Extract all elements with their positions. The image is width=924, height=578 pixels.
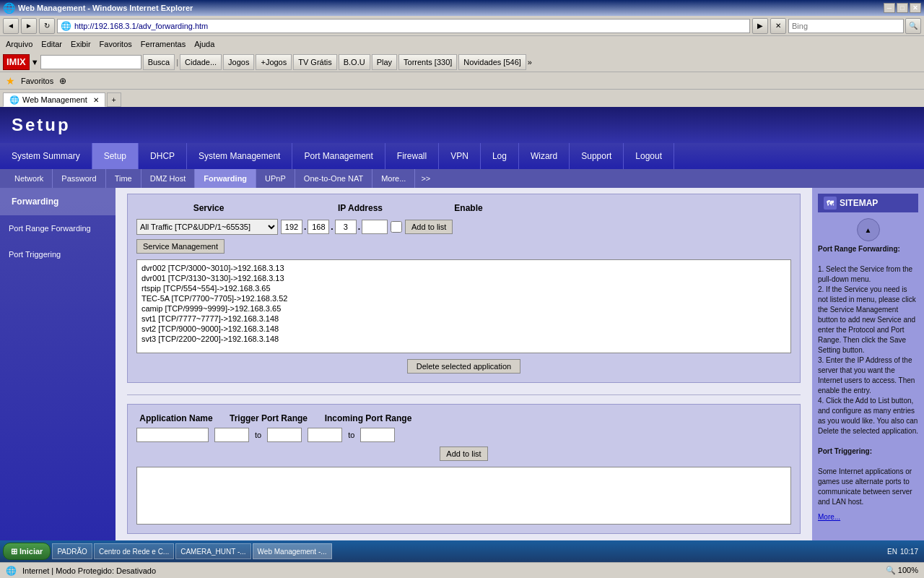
minimize-button[interactable]: ─: [884, 3, 895, 13]
incoming-to-label: to: [348, 431, 354, 439]
service-select[interactable]: All Traffic [TCP&UDP/1~65535] HTTP [TCP/…: [136, 219, 278, 235]
tab-close-icon[interactable]: ✕: [93, 96, 99, 104]
toolbar-dropdown[interactable]: ▼: [31, 58, 39, 66]
favorites-add-icon[interactable]: ⊕: [59, 76, 66, 86]
sidebar-item-port-triggering[interactable]: Port Triggering: [0, 241, 116, 267]
content-wrapper: Forwarding Port Range Forwarding Port Tr…: [0, 188, 924, 540]
nav-dhcp[interactable]: DHCP: [139, 143, 187, 169]
incoming-port-to[interactable]: [360, 428, 395, 442]
service-mgmt-row: Service Management: [136, 239, 791, 254]
nav-log[interactable]: Log: [481, 143, 519, 169]
nav-wizard[interactable]: Wizard: [519, 143, 570, 169]
list-item[interactable]: dvr002 [TCP/3000~3010]->192.168.3.13: [140, 263, 788, 273]
sidebar-item-forwarding[interactable]: Forwarding: [0, 188, 116, 215]
trig-list-area[interactable]: [136, 467, 791, 525]
toolbar-torrents[interactable]: Torrents [330]: [398, 54, 457, 70]
start-button[interactable]: ⊞ Iniciar: [3, 543, 51, 560]
toolbar-novidades[interactable]: Novidades [546]: [458, 54, 526, 70]
taskbar-btn-centro[interactable]: Centro de Rede e C...: [94, 543, 174, 559]
nav-support[interactable]: Support: [570, 143, 624, 169]
ip-octet-4[interactable]: [362, 220, 388, 234]
maximize-button[interactable]: □: [897, 3, 908, 13]
new-tab-button[interactable]: +: [107, 92, 121, 107]
menu-bar: Arquivo Editar Exibir Favoritos Ferramen…: [0, 36, 924, 52]
list-item[interactable]: svt3 [TCP/2200~2200]->192.168.3.148: [140, 334, 788, 344]
delete-selected-button[interactable]: Delete selected application: [407, 359, 520, 374]
nav-system-management[interactable]: System Management: [187, 143, 292, 169]
incoming-port-from[interactable]: [308, 428, 342, 442]
list-item[interactable]: TEC-5A [TCP/7700~7705]->192.168.3.52: [140, 293, 788, 303]
sidebar-item-port-range[interactable]: Port Range Forwarding: [0, 215, 116, 241]
trigger-port-to[interactable]: [267, 428, 302, 442]
taskbar-btn-camera[interactable]: CAMERA_HUNT -...: [175, 543, 250, 559]
go-button[interactable]: ▶: [752, 18, 768, 34]
nav-setup[interactable]: Setup: [92, 143, 139, 169]
delete-btn-row: Delete selected application: [136, 359, 791, 374]
list-item[interactable]: svt2 [TCP/9000~9000]->192.168.3.148: [140, 324, 788, 334]
taskbar-btn-padrao[interactable]: PADRÃO: [52, 543, 92, 559]
ip-octet-3[interactable]: [335, 220, 357, 234]
address-bar: 🌐: [57, 19, 750, 33]
stop-button[interactable]: ✕: [770, 18, 786, 34]
enable-checkbox[interactable]: [391, 221, 402, 233]
toolbar-tv[interactable]: TV Grátis: [293, 54, 336, 70]
tab-web-management[interactable]: 🌐 Web Management ✕: [3, 92, 105, 107]
toolbar-busca[interactable]: Busca: [143, 54, 175, 70]
menu-arquivo[interactable]: Arquivo: [6, 40, 32, 48]
subnav-upnp[interactable]: UPnP: [256, 169, 295, 188]
service-management-button[interactable]: Service Management: [136, 239, 225, 254]
nav-firewall[interactable]: Firewall: [385, 143, 439, 169]
search-button[interactable]: 🔍: [905, 18, 921, 34]
nav-system-summary[interactable]: System Summary: [0, 143, 92, 169]
subnav-network[interactable]: Network: [6, 169, 53, 188]
close-button[interactable]: ✕: [910, 3, 921, 13]
trigger-port-from[interactable]: [214, 428, 249, 442]
menu-favoritos[interactable]: Favoritos: [100, 40, 132, 48]
status-text: Internet | Modo Protegido: Desativado: [22, 566, 156, 575]
taskbar-tray: EN 10:17: [884, 548, 921, 556]
subnav-password[interactable]: Password: [53, 169, 105, 188]
add-to-list-button[interactable]: Add to list: [405, 220, 453, 234]
ip-octet-1[interactable]: [281, 220, 302, 234]
sitemap-more-link[interactable]: More...: [818, 513, 840, 521]
toolbar-cidade[interactable]: Cidade...: [180, 54, 222, 70]
subnav-arrow[interactable]: >>: [415, 174, 436, 183]
forward-button[interactable]: ►: [21, 18, 37, 34]
nav-logout[interactable]: Logout: [624, 143, 674, 169]
nav-vpn[interactable]: VPN: [439, 143, 481, 169]
zoom-level: 🔍 100%: [886, 566, 918, 575]
toolbar-mais-jogos[interactable]: +Jogos: [256, 54, 292, 70]
menu-ajuda[interactable]: Ajuda: [194, 40, 214, 48]
subnav-dmz[interactable]: DMZ Host: [141, 169, 196, 188]
refresh-button[interactable]: ↻: [39, 18, 55, 34]
toolbar-play[interactable]: Play: [372, 54, 397, 70]
subnav-forwarding[interactable]: Forwarding: [195, 169, 256, 188]
menu-ferramentas[interactable]: Ferramentas: [141, 40, 186, 48]
fwd-list-area[interactable]: dvr002 [TCP/3000~3010]->192.168.3.13 dvr…: [136, 259, 791, 353]
toolbar-jogos[interactable]: Jogos: [223, 54, 254, 70]
subnav-nat[interactable]: One-to-One NAT: [295, 169, 372, 188]
toolbar-more[interactable]: »: [528, 58, 532, 66]
nav-port-management[interactable]: Port Management: [292, 143, 385, 169]
toolbar-bou[interactable]: B.O.U: [339, 54, 370, 70]
menu-editar[interactable]: Editar: [41, 40, 62, 48]
list-item[interactable]: svt1 [TCP/7777~7777]->192.168.3.148: [140, 314, 788, 324]
sitemap-scroll-up[interactable]: ▲: [857, 218, 880, 241]
back-button[interactable]: ◄: [3, 18, 19, 34]
trig-add-to-list-button[interactable]: Add to list: [440, 447, 487, 461]
trig-col-incoming-header: Incoming Port Range: [321, 413, 415, 423]
list-item[interactable]: dvr001 [TCP/3130~3130]->192.168.3.13: [140, 273, 788, 283]
menu-exibir[interactable]: Exibir: [71, 40, 91, 48]
toolbar-text-input[interactable]: [40, 55, 141, 69]
subnav-time[interactable]: Time: [106, 169, 141, 188]
sitemap-content: Port Range Forwarding: 1. Select the Ser…: [818, 244, 918, 507]
list-item[interactable]: camip [TCP/9999~9999]->192.168.3.65: [140, 303, 788, 314]
taskbar-btn-webmgmt[interactable]: Web Management -...: [253, 543, 332, 559]
subnav-more[interactable]: More...: [372, 169, 415, 188]
address-input[interactable]: [74, 22, 746, 30]
list-item[interactable]: rtspip [TCP/554~554]->192.168.3.65: [140, 283, 788, 293]
favorites-label[interactable]: Favoritos: [21, 77, 53, 85]
app-name-input[interactable]: [136, 428, 209, 442]
search-input[interactable]: [788, 19, 904, 33]
ip-octet-2[interactable]: [308, 220, 329, 234]
